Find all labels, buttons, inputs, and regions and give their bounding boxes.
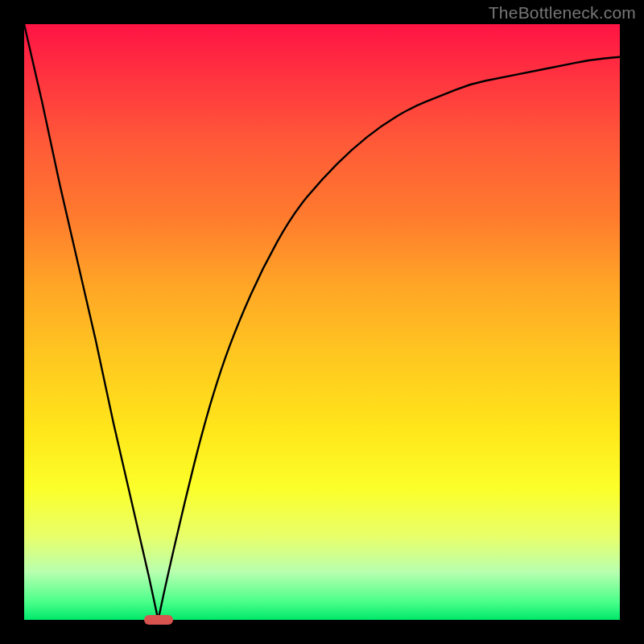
plot-area <box>24 24 620 620</box>
chart-stage: TheBottleneck.com <box>0 0 644 644</box>
curve-layer <box>24 24 620 620</box>
curve-right-branch <box>159 57 621 620</box>
watermark-text: TheBottleneck.com <box>489 3 636 23</box>
min-marker <box>144 615 173 625</box>
curve-left-branch <box>24 24 159 620</box>
